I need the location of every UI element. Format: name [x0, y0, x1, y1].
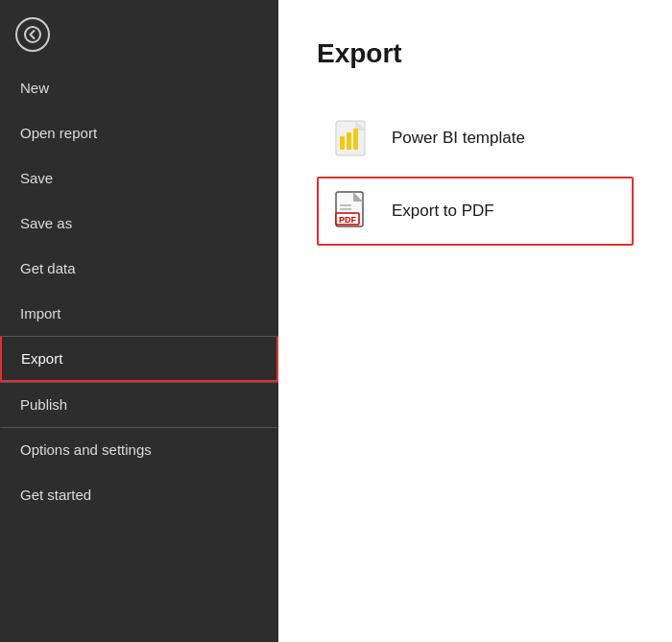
svg-rect-5 [347, 132, 351, 150]
powerbi-icon [332, 117, 374, 159]
sidebar-back-area [0, 0, 278, 65]
sidebar-item-publish[interactable]: Publish [0, 382, 278, 427]
pdf-icon: PDF [332, 190, 374, 232]
svg-point-0 [25, 27, 40, 42]
sidebar-item-options-settings[interactable]: Options and settings [0, 427, 278, 472]
svg-rect-4 [340, 136, 345, 150]
sidebar-item-save-as[interactable]: Save as [0, 201, 278, 246]
page-title: Export [317, 38, 634, 69]
sidebar-item-get-started[interactable]: Get started [0, 472, 278, 517]
svg-text:PDF: PDF [339, 215, 357, 225]
sidebar-nav: New Open report Save Save as Get data Im… [0, 65, 278, 642]
sidebar-item-get-data[interactable]: Get data [0, 246, 278, 291]
sidebar-item-import[interactable]: Import [0, 291, 278, 336]
main-content: Export Power BI template [278, 0, 672, 642]
sidebar-item-export[interactable]: Export [0, 336, 278, 382]
export-pdf-option[interactable]: PDF Export to PDF [317, 177, 634, 246]
sidebar: New Open report Save Save as Get data Im… [0, 0, 278, 642]
sidebar-item-new[interactable]: New [0, 65, 278, 110]
svg-rect-6 [353, 129, 358, 150]
export-pdf-label: Export to PDF [392, 202, 494, 221]
powerbi-template-option[interactable]: Power BI template [317, 104, 634, 173]
export-options-list: Power BI template PDF Export to PDF [317, 104, 634, 246]
sidebar-item-open-report[interactable]: Open report [0, 110, 278, 155]
sidebar-item-save[interactable]: Save [0, 155, 278, 201]
powerbi-template-label: Power BI template [392, 129, 525, 148]
back-button[interactable] [15, 17, 50, 52]
